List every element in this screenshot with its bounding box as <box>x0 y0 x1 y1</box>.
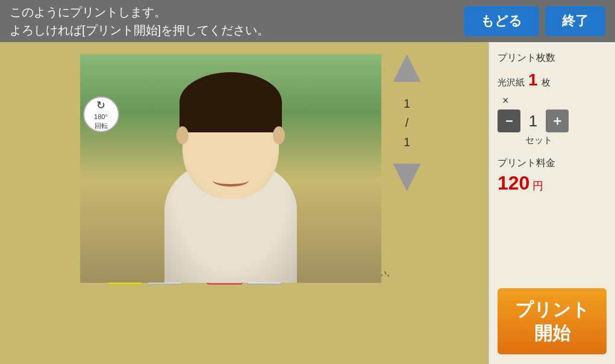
rotate-label-line1: 180° <box>94 113 108 121</box>
end-button[interactable]: 終了 <box>545 6 605 36</box>
print-count-row: 光沢紙 1 枚 <box>498 70 607 90</box>
print-start-button[interactable]: プリント 開始 <box>498 288 607 354</box>
photo-wrapper: ↺ 180° 回転 1 / 1 <box>80 54 421 227</box>
price-unit: 円 <box>532 180 543 192</box>
glossy-label: 光沢紙 <box>498 77 525 88</box>
print-count-unit: 枚 <box>542 77 551 88</box>
increment-button[interactable]: ＋ <box>546 110 569 132</box>
main-area: ↺ 180° 回転 1 / 1 日付 <box>0 42 615 364</box>
back-button[interactable]: もどる <box>464 6 539 36</box>
stepper-value: 1 <box>524 112 542 131</box>
scroll-down-button[interactable] <box>393 164 421 191</box>
print-start-line1: プリント <box>515 300 590 319</box>
rotate-label-line2: 回転 <box>95 122 108 130</box>
sets-label: セット <box>525 135 607 146</box>
scroll-up-button[interactable] <box>393 54 421 82</box>
right-panel: プリント枚数 光沢紙 1 枚 × － 1 ＋ セット プリント料金 120 円 … <box>489 42 615 364</box>
header-buttons: もどる 終了 <box>464 6 605 36</box>
photo-main-col: ↺ 180° 回転 <box>80 54 381 132</box>
photo-container <box>80 54 381 283</box>
print-count-num: 1 <box>528 70 538 90</box>
page-separator: / <box>404 113 410 132</box>
price-display: 120 円 <box>498 172 607 194</box>
print-start-line2: 開始 <box>534 323 570 343</box>
decrement-button[interactable]: － <box>498 110 520 132</box>
multiply-row: × <box>502 94 607 107</box>
photo-area: ↺ 180° 回転 1 / 1 日付 <box>0 42 489 364</box>
scroll-column: 1 / 1 <box>393 54 421 227</box>
print-count-title: プリント枚数 <box>498 52 607 64</box>
price-value: 120 <box>498 172 529 194</box>
stepper-row: － 1 ＋ <box>498 110 607 132</box>
rotate-button[interactable]: ↺ 180° 回転 <box>83 96 119 132</box>
page-current: 1 <box>404 94 410 113</box>
header: このようにプリントします。 よろしければ[プリント開始]を押してください。 もど… <box>0 0 615 42</box>
page-total: 1 <box>404 132 410 152</box>
header-message: このようにプリントします。 よろしければ[プリント開始]を押してください。 <box>10 3 269 39</box>
price-title: プリント料金 <box>498 157 607 170</box>
page-info: 1 / 1 <box>404 94 410 152</box>
rotate-icon: ↺ <box>96 99 105 113</box>
